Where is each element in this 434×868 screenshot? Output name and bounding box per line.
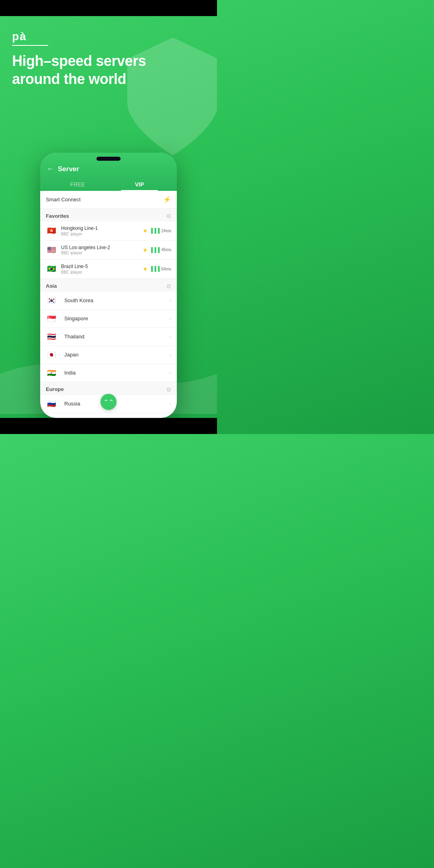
- flag-hk: 🇭🇰: [46, 227, 57, 235]
- scroll-top-button[interactable]: ⌃⌃: [100, 394, 117, 410]
- app-logo: pà: [12, 30, 205, 43]
- country-name-in: India: [64, 370, 170, 376]
- back-button[interactable]: ←: [47, 165, 54, 173]
- ping-us2: 45ms: [162, 248, 171, 252]
- country-name-kr: South Korea: [64, 297, 170, 303]
- server-meta-us2: ★ ▐▐▐ 45ms: [143, 247, 171, 253]
- server-meta-hk1: ★ ▐▐▐ 24ms: [143, 227, 171, 234]
- server-item-us2[interactable]: 🇺🇸 US Los-angeles Line-2 BBC iplayer ★ ▐…: [40, 241, 177, 260]
- server-list[interactable]: Smart Connect ⚡ Favorites ⊙ 🇭🇰 Hongkong …: [40, 191, 177, 418]
- server-name-hk1: Hongkong Line-1: [61, 225, 143, 232]
- server-subtitle-br5: BBC iplayer: [61, 270, 143, 274]
- flag-jp: 🇯🇵: [46, 351, 57, 359]
- chevron-sg: ›: [170, 316, 171, 321]
- chevron-ru: ›: [170, 401, 171, 407]
- flag-sg: 🇸🇬: [46, 315, 57, 323]
- chevron-in: ›: [170, 370, 171, 376]
- tab-bar: FREE VIP: [47, 178, 170, 191]
- flag-br: 🇧🇷: [46, 265, 57, 273]
- flag-in: 🇮🇳: [46, 369, 57, 377]
- europe-title: Europe: [46, 386, 64, 392]
- star-icon-br5: ★: [143, 266, 148, 272]
- flag-th: 🇹🇭: [46, 333, 57, 341]
- ping-br5: 64ms: [162, 267, 171, 271]
- header-area: pà High–speed servers around the world: [0, 22, 217, 92]
- country-name-ru: Russia: [64, 401, 170, 407]
- europe-section-header: Europe ⊙: [40, 382, 177, 395]
- asia-icon: ⊙: [166, 283, 171, 289]
- server-item-br5[interactable]: 🇧🇷 Brazil Line-5 BBC iplayer ★ ▐▐▐ 64ms: [40, 260, 177, 279]
- app-nav: ← Server: [47, 165, 170, 173]
- signal-icon-br5: ▐▐▐: [149, 266, 160, 272]
- status-bar: [0, 0, 217, 16]
- country-item-th[interactable]: 🇹🇭 Thailand ›: [40, 328, 177, 346]
- country-item-de[interactable]: 🇩🇪 Germany ›: [40, 413, 177, 418]
- tab-vip[interactable]: VIP: [108, 178, 170, 191]
- server-meta-br5: ★ ▐▐▐ 64ms: [143, 266, 171, 272]
- country-item-kr[interactable]: 🇰🇷 South Korea ›: [40, 292, 177, 310]
- europe-icon: ⊙: [166, 386, 171, 393]
- tab-free[interactable]: FREE: [47, 178, 108, 191]
- headline: High–speed servers around the world: [12, 52, 205, 88]
- ping-hk1: 24ms: [162, 229, 171, 233]
- asia-title: Asia: [46, 283, 57, 289]
- signal-icon-us2: ▐▐▐: [149, 247, 160, 253]
- chevron-th: ›: [170, 334, 171, 340]
- logo-underline: [12, 45, 48, 46]
- bolt-icon: ⚡: [163, 196, 171, 203]
- flag-us: 🇺🇸: [46, 246, 57, 254]
- server-name-br5: Brazil Line-5: [61, 264, 143, 270]
- flag-ru: 🇷🇺: [46, 400, 57, 408]
- flag-kr: 🇰🇷: [46, 297, 57, 305]
- chevron-kr: ›: [170, 298, 171, 303]
- country-name-th: Thailand: [64, 334, 170, 340]
- server-subtitle-hk1: BBC iplayer: [61, 232, 143, 236]
- phone-mockup: ← Server FREE VIP Smart Connect ⚡ Favori…: [40, 153, 177, 418]
- server-name-us2: US Los-angeles Line-2: [61, 245, 143, 251]
- server-info-br5: Brazil Line-5 BBC iplayer: [61, 264, 143, 274]
- bottom-bar: [0, 418, 217, 434]
- phone-screen: ← Server FREE VIP Smart Connect ⚡ Favori…: [40, 153, 177, 418]
- server-item-hk1[interactable]: 🇭🇰 Hongkong Line-1 BBC iplayer ★ ▐▐▐ 24m…: [40, 221, 177, 241]
- smart-connect-label: Smart Connect: [46, 197, 81, 203]
- smart-connect-item[interactable]: Smart Connect ⚡: [40, 191, 177, 209]
- app-title: Server: [58, 165, 79, 173]
- phone-notch: [96, 157, 121, 161]
- star-icon-us2: ★: [143, 247, 148, 253]
- server-info-us2: US Los-angeles Line-2 BBC iplayer: [61, 245, 143, 256]
- country-item-sg[interactable]: 🇸🇬 Singapore ›: [40, 310, 177, 328]
- favorites-icon: ⊙: [166, 213, 171, 219]
- favorites-section-header: Favorites ⊙: [40, 209, 177, 221]
- country-name-jp: Japan: [64, 352, 170, 358]
- signal-icon-hk1: ▐▐▐: [149, 228, 160, 233]
- server-subtitle-us2: BBC iplayer: [61, 251, 143, 255]
- asia-section-header: Asia ⊙: [40, 279, 177, 292]
- chevron-jp: ›: [170, 352, 171, 358]
- country-name-sg: Singapore: [64, 315, 170, 321]
- favorites-title: Favorites: [46, 213, 69, 219]
- country-item-in[interactable]: 🇮🇳 India ›: [40, 364, 177, 382]
- country-item-jp[interactable]: 🇯🇵 Japan ›: [40, 346, 177, 364]
- server-info-hk1: Hongkong Line-1 BBC iplayer: [61, 225, 143, 236]
- star-icon-hk1: ★: [143, 227, 148, 234]
- scroll-top-icon: ⌃⌃: [103, 398, 114, 406]
